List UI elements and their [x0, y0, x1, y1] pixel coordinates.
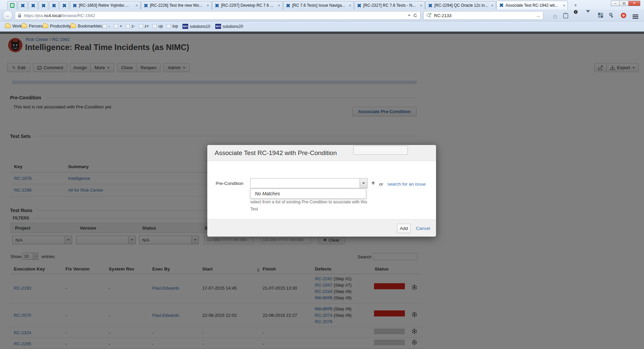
apps-grid-icon[interactable] [596, 13, 604, 19]
plus-icon[interactable]: + [371, 179, 375, 187]
tab-close-icon[interactable]: × [349, 3, 351, 7]
add-button[interactable]: Add [397, 224, 411, 233]
tab-strip: [RC-1663] Retire Yojimbo ... × [RC-2226]… [0, 0, 644, 9]
search-bar[interactable]: RC-2133 → [423, 11, 543, 20]
folder-icon [70, 24, 76, 28]
jira-icon [428, 3, 432, 8]
browser-tab[interactable]: [RC-2297] Develop RC 7.6 ... × [212, 1, 283, 9]
back-button[interactable]: ← [3, 10, 13, 20]
window-maximize-button[interactable] [620, 1, 629, 6]
bookmarklet[interactable]: z+ [139, 24, 149, 29]
search-go-icon[interactable]: → [535, 13, 540, 18]
tab-close-icon[interactable]: × [278, 3, 280, 7]
clipboard-icon[interactable] [561, 13, 570, 20]
browser-tab[interactable]: [RC-2226] Test the new Wo... × [141, 1, 212, 9]
bookmarklet-icon [103, 24, 107, 28]
reload-icon[interactable] [413, 13, 418, 18]
jira-icon [20, 3, 25, 8]
precondition-input[interactable] [251, 179, 360, 188]
precondition-combobox[interactable] [250, 178, 368, 188]
pinned-tab-jira-5[interactable] [59, 1, 69, 9]
field-description-line1: select from a list of existing Pre-Condi… [250, 200, 367, 204]
no-matches-dropdown: No Matches [250, 189, 366, 199]
jira-icon [499, 3, 503, 7]
folder-icon [21, 24, 27, 28]
jira-icon [62, 3, 66, 8]
browser-tab-active[interactable]: Associate Test RC-1942 wit... × [496, 1, 568, 9]
search-engine-icon [426, 13, 432, 18]
bookmark-solutions20[interactable]: NC4solutions20 [215, 24, 243, 29]
folder-icon [5, 24, 11, 28]
tab-close-icon[interactable]: × [420, 3, 422, 7]
lock-icon [18, 13, 21, 18]
menu-hamburger-icon[interactable] [631, 13, 639, 20]
cancel-link[interactable]: Cancel [416, 226, 430, 231]
browser-tab[interactable]: [RC 7.6 Tests] Issue Naviga... × [283, 1, 354, 9]
maximize-icon [623, 2, 625, 4]
spreadsheet-icon [10, 3, 14, 8]
wrench-icon[interactable] [608, 13, 616, 20]
pinned-tab-sheets[interactable] [7, 1, 17, 9]
tab-close-icon[interactable]: × [491, 3, 493, 7]
badge-count: 2 [574, 10, 578, 14]
browser-tab[interactable]: [RC-2327] RC 7.6 Tests - N... × [354, 1, 425, 9]
field-description-line2: Test [250, 207, 258, 211]
browser-chrome: [RC-1663] Retire Yojimbo ... × [RC-2226]… [0, 0, 644, 32]
jira-icon [31, 3, 35, 8]
nc4-icon: NC4 [182, 24, 188, 29]
bookmarklet[interactable]: top [167, 24, 178, 29]
bookmarklet[interactable]: z- [126, 24, 135, 29]
jira-icon [215, 3, 219, 8]
bookmark-folder-personal[interactable]: Personal [21, 24, 45, 29]
bookmarks-bar: Work Personal Productivity Bookmarklets … [0, 21, 644, 32]
bookmark-solutions10[interactable]: NC4solutions10 [182, 24, 210, 29]
partially-visible-button[interactable] [353, 146, 408, 155]
pinned-tab-jira-1[interactable] [18, 1, 28, 9]
bookmarklet[interactable]: - [103, 24, 110, 29]
window-close-button[interactable]: × [628, 1, 640, 6]
tab-close-icon[interactable]: × [207, 3, 209, 7]
bookmarklet-icon [114, 24, 118, 28]
bookmarklet[interactable]: + [114, 24, 122, 29]
tab-title: [RC-2327] RC 7.6 Tests - N... [363, 3, 418, 8]
bookmark-folder-productivity[interactable]: Productivity [43, 24, 71, 29]
tab-title: [RC-2226] Test the new Wo... [150, 3, 205, 8]
tab-title: [RC 7.6 Tests] Issue Naviga... [292, 3, 347, 8]
downloads-icon[interactable] [584, 13, 592, 19]
pinned-tab-jira-4[interactable] [49, 1, 59, 9]
folder-icon [43, 24, 48, 28]
jira-icon [41, 3, 46, 8]
search-for-issue-link[interactable]: search for an issue [387, 182, 426, 187]
tab-title: [RC-1663] Retire Yojimbo ... [79, 3, 134, 8]
tab-close-icon[interactable]: × [563, 3, 565, 7]
jira-icon [144, 3, 148, 8]
associate-precondition-dialog: Associate Test RC-1942 with Pre-Conditio… [207, 145, 436, 237]
window-minimize-button[interactable]: – [611, 1, 620, 6]
bookmark-folder-bookmarklets[interactable]: Bookmarklets [70, 24, 102, 29]
bookmark-star-icon[interactable]: ☆ [551, 13, 559, 20]
bookmark-folder-work[interactable]: Work [5, 24, 22, 29]
bookmarklet-icon [126, 24, 130, 28]
pinned-tab-jira-3[interactable] [39, 1, 48, 9]
nc4-icon: NC4 [215, 24, 221, 29]
bookmarklet-icon [167, 24, 171, 28]
url-dropdown-icon[interactable] [408, 15, 411, 17]
dialog-footer: Add Cancel [207, 219, 436, 237]
bookmarklet[interactable]: up [153, 24, 163, 29]
pinned-tab-jira-2[interactable] [28, 1, 38, 9]
precondition-field-label: Pre-Condition [216, 181, 249, 186]
browser-tab[interactable]: [RC-2294] QC Oracle 12c in... × [425, 1, 496, 9]
firefox-red-icon[interactable] [620, 13, 628, 20]
or-label: or [379, 182, 383, 187]
browser-tab[interactable]: [RC-1663] Retire Yojimbo ... × [70, 1, 141, 9]
tab-title: Associate Test RC-1942 wit... [505, 3, 561, 8]
tab-title: [RC-2297] Develop RC 7.6 ... [221, 3, 276, 8]
url-text: https://jira.nc4.local/browse/RC-1942 [24, 13, 95, 18]
tab-close-icon[interactable]: × [136, 3, 138, 7]
search-value: RC-2133 [434, 13, 451, 18]
jira-icon [286, 3, 290, 8]
url-bar[interactable]: https://jira.nc4.local/browse/RC-1942 [15, 11, 421, 20]
combobox-dropdown-button[interactable] [360, 179, 367, 188]
new-tab-button[interactable]: + [571, 2, 580, 8]
jira-icon [72, 3, 77, 8]
